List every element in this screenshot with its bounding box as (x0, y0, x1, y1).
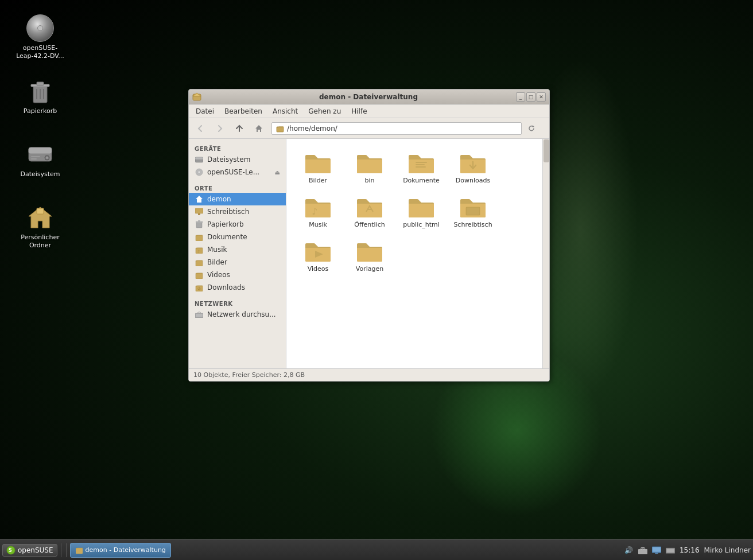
file-item-bilder[interactable]: Bilder (292, 145, 344, 189)
sidebar-item-dokumente[interactable]: Dokumente (189, 231, 286, 243)
folder-icon-dokumente (407, 149, 435, 177)
folder-icon-musik: ♪ (304, 193, 332, 221)
svg-point-22 (198, 171, 200, 173)
menu-datei[interactable]: Datei (191, 106, 219, 116)
desktop-icon-opensuse[interactable]: openSUSE- Leap-42.2-DV... (14, 14, 66, 61)
sidebar-item-downloads[interactable]: Downloads (189, 281, 286, 294)
folder-icon-public-html (407, 193, 435, 221)
file-grid: Bilder bin (286, 139, 542, 368)
file-item-public-html[interactable]: public_html (395, 189, 447, 233)
volume-icon[interactable]: 🔊 (624, 546, 634, 555)
folder-icon-bilder (304, 149, 332, 177)
file-item-dokumente[interactable]: Dokumente (395, 145, 447, 189)
svg-rect-48 (653, 547, 661, 551)
svg-rect-25 (198, 213, 200, 215)
trash-icon (26, 77, 54, 105)
svg-marker-16 (255, 125, 262, 132)
eject-icon[interactable]: ⏏ (275, 169, 280, 176)
home-small-icon (195, 195, 204, 204)
svg-marker-23 (196, 196, 203, 203)
svg-text:♪: ♪ (312, 206, 317, 217)
svg-rect-41 (466, 207, 480, 215)
network-tray-icon[interactable] (638, 546, 647, 555)
file-item-vorlagen[interactable]: Vorlagen (344, 233, 395, 277)
file-label-videos: Videos (308, 265, 329, 273)
sidebar-item-dateisystem[interactable]: Dateisystem (189, 153, 286, 166)
file-label-bilder: Bilder (309, 177, 327, 184)
scrollbar-thumb[interactable] (544, 139, 549, 162)
close-button[interactable]: ✕ (537, 92, 546, 102)
sidebar-label-demon: demon (207, 195, 231, 203)
sidebar-label-bilder: Bilder (207, 258, 227, 266)
svg-rect-24 (195, 208, 203, 213)
taskbar-app-files[interactable]: demon - Dateiverwaltung (70, 543, 171, 558)
svg-point-9 (46, 157, 48, 159)
toolbar: /home/demon/ (189, 118, 549, 139)
file-item-bin[interactable]: bin (344, 145, 395, 189)
menu-gehen-zu[interactable]: Gehen zu (304, 106, 346, 116)
up-button[interactable] (230, 120, 249, 137)
forward-icon (215, 124, 224, 133)
display-icon[interactable] (652, 546, 661, 555)
file-manager-taskbar-icon (75, 546, 83, 554)
statusbar: 10 Objekte, Freier Speicher: 2,8 GB (189, 368, 549, 381)
menu-ansicht[interactable]: Ansicht (268, 106, 302, 116)
svg-rect-10 (31, 156, 40, 157)
refresh-icon (527, 125, 535, 133)
file-item-musik[interactable]: ♪ Musik (292, 189, 344, 233)
address-bar[interactable]: /home/demon/ (271, 122, 522, 135)
folder-location-icon (276, 125, 284, 133)
forward-button[interactable] (211, 120, 229, 137)
svg-rect-32 (196, 260, 203, 266)
menu-bearbeiten[interactable]: Bearbeiten (220, 106, 267, 116)
network-small-icon (195, 310, 204, 319)
sidebar-item-musik[interactable]: ♪ Musik (189, 243, 286, 256)
downloads-small-icon (195, 283, 204, 292)
pictures-small-icon (195, 258, 204, 267)
file-item-schreibtisch[interactable]: Schreibtisch (447, 189, 499, 233)
desktop-icon-papierkorb[interactable]: Papierkorb (14, 77, 66, 115)
svg-rect-13 (37, 208, 44, 214)
sidebar-label-schreibtisch: Schreibtisch (207, 208, 249, 216)
file-item-oeffentlich[interactable]: Öffentlich (344, 189, 395, 233)
maximize-button[interactable]: □ (526, 92, 535, 102)
desktop-small-icon (195, 207, 204, 216)
svg-rect-33 (196, 273, 203, 279)
sidebar: GERÄTE Dateisystem (189, 139, 286, 368)
taskbar-separator-1 (61, 543, 61, 557)
file-item-downloads[interactable]: Downloads (447, 145, 499, 189)
home-folder-icon (26, 204, 54, 231)
sidebar-item-videos[interactable]: Videos (189, 269, 286, 281)
svg-rect-7 (29, 147, 52, 154)
network-status-icon (638, 546, 647, 554)
svg-rect-26 (196, 222, 202, 228)
sidebar-label-opensuse: openSUSE-Le... (207, 168, 271, 176)
desktop-icon-dateisystem[interactable]: Dateisystem (14, 141, 66, 178)
svg-rect-28 (198, 220, 200, 221)
menu-hilfe[interactable]: Hilfe (347, 106, 371, 116)
minimize-button[interactable]: _ (516, 92, 525, 102)
window-icon (192, 92, 201, 102)
sidebar-item-demon[interactable]: demon (189, 193, 286, 205)
sidebar-section-geraete: GERÄTE (189, 143, 286, 153)
back-button[interactable] (191, 120, 209, 137)
svg-rect-11 (31, 158, 37, 160)
start-button[interactable]: S openSUSE (2, 544, 57, 557)
sidebar-item-opensuse[interactable]: openSUSE-Le... ⏏ (189, 166, 286, 178)
file-item-videos[interactable]: Videos (292, 233, 344, 277)
file-grid-scrollbar[interactable] (542, 139, 549, 368)
sidebar-item-netzwerk[interactable]: Netzwerk durchsu... (189, 308, 286, 321)
keyboard-layout-icon[interactable] (666, 546, 675, 555)
sidebar-label-dokumente: Dokumente (207, 233, 247, 241)
home-button[interactable] (250, 120, 268, 137)
svg-rect-20 (195, 157, 203, 160)
file-label-oeffentlich: Öffentlich (354, 221, 385, 228)
refresh-button[interactable] (525, 122, 538, 135)
desktop-icon-home[interactable]: Persönlicher Ordner (14, 204, 66, 250)
sidebar-item-bilder[interactable]: Bilder (189, 256, 286, 269)
sidebar-item-papierkorb[interactable]: Papierkorb (189, 218, 286, 231)
disc-icon (26, 14, 54, 42)
sidebar-item-schreibtisch[interactable]: Schreibtisch (189, 205, 286, 218)
clock: 15:16 (680, 546, 700, 554)
sidebar-label-netzwerk: Netzwerk durchsu... (207, 310, 276, 318)
